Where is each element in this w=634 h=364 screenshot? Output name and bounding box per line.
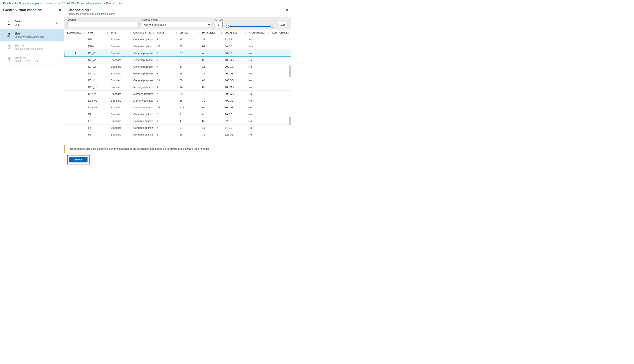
table-cell [271, 124, 291, 131]
maximize-icon[interactable]: ☐ [280, 8, 283, 12]
sort-icon: ▲▼ [244, 32, 246, 35]
table-cell: F16s [87, 43, 109, 50]
close-icon[interactable]: ✕ [286, 8, 288, 12]
table-row[interactable]: F16sStandardCompute optimiz16326464 GBYe… [64, 43, 291, 50]
table-cell: 28 [178, 70, 201, 77]
compute-type-select[interactable]: Current generation [142, 22, 211, 27]
step-number: 1 [7, 20, 14, 26]
size-table: RECOMMEND...▲▼SKU▲▼TYPE▲▼COMPUTE TYPE▲▼V… [64, 30, 291, 138]
step-number: 2 [7, 32, 14, 38]
column-header[interactable]: VCPUS▲▼ [156, 30, 178, 36]
column-header[interactable]: DATA DISKS▲▼ [201, 30, 224, 36]
table-cell: 8 [178, 124, 201, 131]
table-row[interactable]: F8sStandardCompute optimiz8163232 GBYes [64, 36, 291, 43]
table-row[interactable]: D3_v2StandardGeneral purpose41416200 GBN… [64, 64, 291, 70]
table-cell: 4 [156, 90, 178, 98]
column-header[interactable]: ADDITIONAL F...▲▼ [271, 30, 291, 36]
table-cell: 16 [156, 43, 178, 50]
step-number: 3 [7, 44, 14, 50]
close-icon[interactable]: ✕ [59, 8, 61, 12]
table-cell: 32 [178, 43, 201, 50]
step-title: Summary [14, 56, 58, 59]
search-input[interactable] [68, 22, 138, 27]
breadcrumb-link[interactable]: New [19, 2, 24, 4]
table-cell [271, 104, 291, 111]
scrollbar-thumb[interactable] [289, 117, 291, 125]
table-row[interactable]: D12_v2StandardMemory optimize42816200 GB… [64, 90, 291, 98]
table-row[interactable]: D5_v2StandardGeneral purpose165664800 GB… [64, 77, 291, 84]
table-row[interactable]: D2_v2StandardGeneral purpose278100 GBNo [64, 57, 291, 64]
table-cell [271, 84, 291, 90]
table-cell: 16 [156, 77, 178, 84]
step-subtitle: Choose virtual machine size [14, 36, 58, 38]
table-cell: 56 [178, 98, 201, 104]
column-header[interactable]: LOCAL SSD▲▼ [224, 30, 247, 36]
table-row[interactable]: F1StandardCompute optimiz12416 GBNo [64, 111, 291, 118]
table-row[interactable]: F8StandardCompute optimiz81632128 GBNo [64, 131, 291, 138]
slider-handle-min[interactable] [226, 25, 229, 28]
table-cell: F4 [87, 124, 109, 131]
table-cell: 32 GB [224, 36, 247, 43]
table-cell [271, 36, 291, 43]
table-cell: 16 [201, 64, 224, 70]
sort-icon: ▲▼ [129, 32, 131, 35]
star-icon [64, 118, 87, 124]
sort-icon: ▲▼ [106, 32, 108, 35]
wizard-step-settings[interactable]: 3SettingsConfigure optional features› [3, 41, 61, 53]
scrollbar-thumb[interactable] [289, 66, 291, 77]
table-cell: 4 [178, 118, 201, 124]
table-row[interactable]: D4_v2StandardGeneral purpose82832400 GBN… [64, 70, 291, 77]
select-button[interactable]: Select [69, 157, 88, 162]
sort-icon: ▲▼ [84, 32, 86, 35]
table-cell: 2 [156, 57, 178, 64]
column-header[interactable]: TYPE▲▼ [109, 30, 132, 36]
star-icon [64, 57, 87, 64]
table-cell: Compute optimiz [132, 36, 156, 43]
vcpus-slider[interactable] [226, 23, 273, 27]
star-icon [64, 104, 87, 111]
chevron-right-icon: > [17, 2, 18, 4]
table-cell [271, 131, 291, 138]
column-header[interactable]: RECOMMEND...▲▼ [64, 30, 87, 36]
table-cell: Compute optimiz [132, 131, 156, 138]
vcpus-min-input[interactable] [215, 22, 223, 27]
table-cell: 800 GB [224, 77, 247, 84]
table-cell: Standard [109, 36, 132, 43]
column-header[interactable]: PREMIUM DIS...▲▼ [247, 30, 271, 36]
table-cell: 8 [201, 57, 224, 64]
vcpus-max-input[interactable] [279, 22, 288, 27]
table-cell: D11_v2 [87, 84, 109, 90]
table-cell: Yes [247, 43, 271, 50]
table-cell: 8 [156, 36, 178, 43]
table-row[interactable]: D11_v2StandardMemory optimize2148100 GBN… [64, 84, 291, 90]
column-header[interactable]: SKU▲▼ [87, 30, 109, 36]
star-icon [64, 84, 87, 90]
table-cell: 8 [201, 118, 224, 124]
breadcrumb-link[interactable]: Ubuntu Server 16.04 LTS [45, 2, 74, 4]
table-cell: Standard [109, 131, 132, 138]
table-cell: General purpose [132, 64, 156, 70]
table-cell: 16 [156, 104, 178, 111]
wizard-step-summary[interactable]: 4SummaryUbuntu Server 16.04 LTS› [3, 53, 61, 66]
wizard-step-basics[interactable]: 1BasicsDone✓ [3, 17, 61, 29]
table-cell: 8 [156, 70, 178, 77]
table-row[interactable]: D13_v2StandardMemory optimize85632400 GB… [64, 98, 291, 104]
column-header[interactable]: GB RAM▲▼ [178, 30, 201, 36]
table-row[interactable]: F2StandardCompute optimiz24832 GBNo [64, 118, 291, 124]
slider-handle-max[interactable] [270, 25, 273, 28]
table-cell: Standard [109, 98, 132, 104]
table-cell: Standard [109, 64, 132, 70]
star-icon [64, 98, 87, 104]
breadcrumb-link[interactable]: Dashboard [3, 2, 16, 4]
table-cell [271, 50, 291, 57]
table-cell [271, 98, 291, 104]
table-row[interactable]: F4StandardCompute optimiz481664 GBNo [64, 124, 291, 131]
breadcrumb-link[interactable]: Create virtual machine [77, 2, 103, 4]
breadcrumb-link[interactable]: Marketplace [27, 2, 42, 4]
table-row[interactable]: ★D1_v2StandardGeneral purpose13.5450 GBN… [64, 50, 291, 57]
table-cell [271, 111, 291, 118]
column-header[interactable]: COMPUTE TYPE▲▼ [132, 30, 156, 36]
wizard-step-size[interactable]: 2SizeChoose virtual machine size› [1, 29, 64, 41]
table-row[interactable]: D14_v2StandardMemory optimize1611264800 … [64, 104, 291, 111]
table-cell: Yes [247, 36, 271, 43]
